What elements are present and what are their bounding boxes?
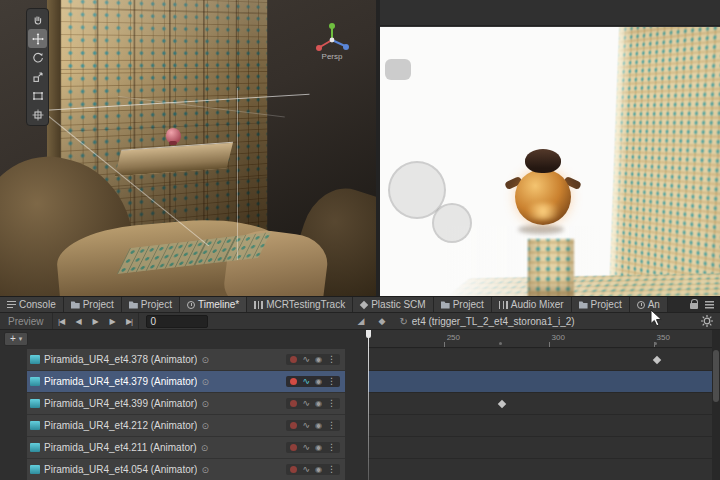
transport-controls: |◀◀▶▶▶| [53,313,139,329]
curves-toggle[interactable]: ∿ [302,399,310,408]
mixer-icon [499,301,508,309]
timeline-breadcrumb[interactable]: ↻ et4 (trigger_TL_2_et4_storona1_i_2) [399,316,574,327]
track-menu-icon[interactable]: ⋮ [327,399,336,408]
track-name: Piramida_UR4_et4.212 (Animator) [44,420,197,431]
timeline-ruler[interactable]: 250300350 [368,330,712,348]
track-list: Piramida_UR4_et4.378 (Animator)⊙∿◉⋮Piram… [0,349,368,480]
track-lane[interactable] [368,393,712,415]
track-menu-icon[interactable]: ⋮ [327,355,336,364]
track-header[interactable]: Piramida_UR4_et4.212 (Animator)⊙∿◉⋮ [27,415,345,437]
object-picker-icon[interactable]: ⊙ [201,421,209,431]
track-lane[interactable] [368,459,712,480]
tab-mcrtestingtrack[interactable]: MCRTestingTrack [247,297,353,312]
track-header[interactable]: Piramida_UR4_et4.379 (Animator)⊙∿◉⋮ [27,371,345,393]
object-picker-icon[interactable]: ⊙ [201,355,209,365]
tab-project[interactable]: Project [572,297,630,312]
add-track-button[interactable]: + ▾ [4,332,28,346]
record-toggle[interactable] [290,400,297,407]
timeline-scrollbar[interactable] [712,330,720,480]
track-menu-icon[interactable]: ⋮ [327,443,336,452]
keyframe-marker[interactable] [652,356,660,364]
next-frame-button[interactable]: ▶ [104,313,121,329]
tab-label: Project [453,299,484,310]
curves-view-icon[interactable]: ◢ [358,316,365,326]
touch-control-ring[interactable] [432,203,472,243]
skip-start-button[interactable]: |◀ [53,313,70,329]
object-picker-icon[interactable]: ⊙ [201,443,209,453]
curves-toggle[interactable]: ∿ [302,443,310,452]
track-header[interactable]: Piramida_UR4_et4.211 (Animator)⊙∿◉⋮ [27,437,345,459]
track-header[interactable]: Piramida_UR4_et4.054 (Animator)⊙∿◉⋮ [27,459,345,480]
tab-project[interactable]: Project [122,297,180,312]
console-icon [7,301,16,309]
tab-label: Project [141,299,172,310]
curves-toggle[interactable]: ∿ [302,465,310,474]
tab-label: Plastic SCM [371,299,425,310]
track-menu-icon[interactable]: ⋮ [327,377,336,386]
track-menu-icon[interactable]: ⋮ [327,421,336,430]
track-lane[interactable] [368,371,712,393]
lock-icon[interactable] [690,303,698,309]
skip-end-button[interactable]: ▶| [121,313,138,329]
keyframe-marker[interactable] [497,400,505,408]
markers-view-icon[interactable]: ◆ [379,316,386,326]
record-toggle[interactable] [290,378,297,385]
rect-tool-button[interactable] [28,86,47,105]
tab-timeline[interactable]: Timeline* [180,297,247,312]
eye-toggle[interactable]: ◉ [315,444,322,452]
record-toggle[interactable] [290,444,297,451]
track-lane[interactable] [368,415,712,437]
track-lane[interactable] [368,437,712,459]
tab-audio-mixer[interactable]: Audio Mixer [492,297,572,312]
gizmo-perspective-label[interactable]: Persp [306,52,358,61]
track-lane[interactable] [368,349,712,371]
tab-label: Project [83,299,114,310]
scene-view[interactable]: Persp [0,0,376,296]
playhead-handle[interactable] [366,330,371,338]
preview-toggle-button[interactable]: Preview [0,313,53,329]
tab-console[interactable]: Console [0,297,64,312]
curves-toggle[interactable]: ∿ [302,421,310,430]
object-picker-icon[interactable]: ⊙ [201,377,209,387]
object-picker-icon[interactable]: ⊙ [201,465,209,475]
tab-plastic-scm[interactable]: Plastic SCM [353,297,433,312]
track-header[interactable]: Piramida_UR4_et4.399 (Animator)⊙∿◉⋮ [27,393,345,415]
tab-project[interactable]: Project [434,297,492,312]
rotate-tool-button[interactable] [28,48,47,67]
folder-icon [71,301,80,309]
game-view[interactable] [380,27,720,296]
record-toggle[interactable] [290,466,297,473]
hand-tool-button[interactable] [28,10,47,29]
move-tool-button[interactable] [28,29,47,48]
track-buttons: ∿◉⋮ [286,442,340,453]
track-header[interactable]: Piramida_UR4_et4.378 (Animator)⊙∿◉⋮ [27,349,345,371]
game-wall [608,27,720,296]
eye-toggle[interactable]: ◉ [315,400,322,408]
eye-toggle[interactable]: ◉ [315,422,322,430]
prev-frame-button[interactable]: ◀ [70,313,87,329]
eye-toggle[interactable]: ◉ [315,466,322,474]
timeline-settings-button[interactable] [701,315,713,327]
scrollbar-thumb[interactable] [713,350,719,402]
track-menu-icon[interactable]: ⋮ [327,465,336,474]
current-frame-field[interactable]: 0 [146,315,208,328]
curves-toggle[interactable]: ∿ [302,377,310,386]
record-toggle[interactable] [290,422,297,429]
eye-toggle[interactable]: ◉ [315,356,322,364]
pink-character[interactable] [166,128,181,143]
paw-button[interactable] [385,59,411,80]
menu-icon[interactable] [705,301,714,309]
playhead-line[interactable] [368,330,369,480]
transform-tool-button[interactable] [28,105,47,124]
tab-an[interactable]: An [630,297,668,312]
eye-toggle[interactable]: ◉ [315,378,322,386]
record-toggle[interactable] [290,356,297,363]
animation-track-icon [30,443,40,452]
play-button[interactable]: ▶ [87,313,104,329]
object-picker-icon[interactable]: ⊙ [201,399,209,409]
curves-toggle[interactable]: ∿ [302,355,310,364]
tab-project[interactable]: Project [64,297,122,312]
unity-editor-window: Persp ConsoleProjectProjectTimeline*MCRT [0,0,720,480]
scale-tool-button[interactable] [28,67,47,86]
timeline-name: et4 (trigger_TL_2_et4_storona1_i_2) [412,316,575,327]
